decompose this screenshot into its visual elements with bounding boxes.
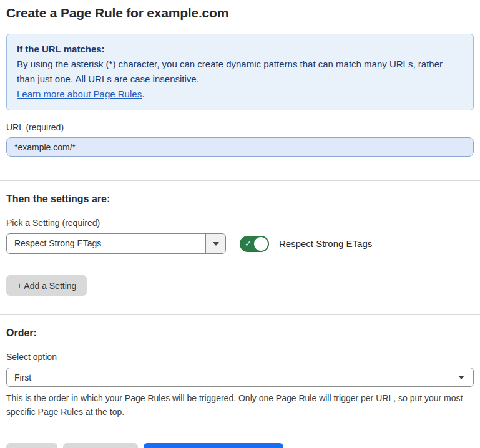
- pick-setting-label: Pick a Setting (required): [6, 218, 474, 228]
- info-box-link-line: Learn more about Page Rules.: [17, 87, 463, 102]
- check-icon: ✓: [245, 240, 252, 248]
- setting-select-arrow-button[interactable]: [205, 234, 225, 253]
- add-setting-button[interactable]: + Add a Setting: [6, 275, 87, 296]
- setting-select[interactable]: Respect Strong ETags: [6, 233, 226, 254]
- url-match-info-box: If the URL matches: By using the asteris…: [6, 34, 474, 110]
- url-label: URL (required): [6, 122, 474, 132]
- toggle-knob: [254, 237, 268, 251]
- order-heading: Order:: [6, 315, 474, 339]
- order-help-text: This is the order in which your Page Rul…: [6, 392, 474, 419]
- page-title: Create a Page Rule for example.com: [6, 0, 474, 21]
- select-option-label: Select option: [6, 352, 474, 362]
- info-box-body: By using the asterisk (*) character, you…: [17, 57, 463, 87]
- learn-more-link[interactable]: Learn more about Page Rules: [17, 89, 142, 99]
- order-select-value: First: [14, 373, 31, 382]
- setting-select-value: Respect Strong ETags: [7, 234, 205, 253]
- setting-row: Respect Strong ETags ✓ Respect Strong ET…: [6, 233, 474, 254]
- info-box-heading: If the URL matches:: [17, 42, 463, 57]
- chevron-down-icon: [213, 242, 219, 246]
- settings-heading: Then the settings are:: [6, 181, 474, 205]
- respect-strong-etags-toggle[interactable]: ✓: [240, 236, 269, 252]
- chevron-down-icon: [458, 376, 464, 379]
- toggle-label: Respect Strong ETags: [279, 238, 372, 249]
- action-bar: Cancel Save as Draft Save and Deploy Pag…: [0, 432, 480, 448]
- save-draft-button[interactable]: Save as Draft: [63, 443, 139, 448]
- url-input[interactable]: [6, 137, 474, 157]
- link-suffix: .: [142, 89, 144, 99]
- cancel-button[interactable]: Cancel: [6, 443, 57, 448]
- order-select[interactable]: First: [6, 368, 474, 387]
- save-deploy-button[interactable]: Save and Deploy Page Rule: [144, 443, 283, 448]
